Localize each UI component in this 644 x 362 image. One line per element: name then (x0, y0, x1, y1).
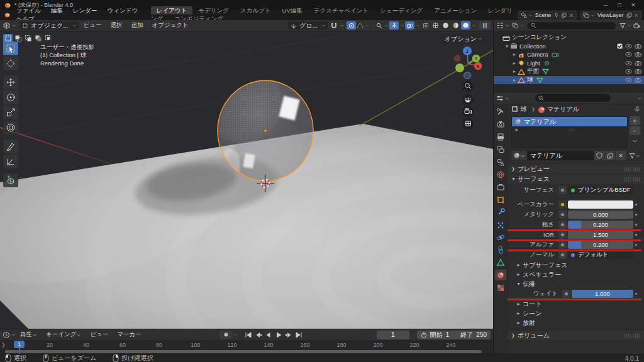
tool-rotate[interactable] (3, 90, 18, 104)
eye-visibility-icon[interactable] (625, 60, 632, 66)
material-slot[interactable]: マテリアル (512, 117, 627, 126)
next-keyframe-button[interactable] (284, 331, 293, 339)
panel-surface[interactable]: ▼サーフェス|||| |||| (508, 173, 644, 184)
workspace-tab[interactable]: レイアウト (151, 6, 193, 14)
caret-right-icon[interactable]: ► (511, 52, 518, 57)
falloff-dropdown[interactable] (357, 21, 369, 30)
tool-measure[interactable] (3, 155, 18, 168)
properties-tab-output[interactable] (495, 131, 506, 142)
keyframe-dot[interactable] (633, 244, 639, 246)
app-menu-ファイル[interactable]: ファイル (11, 7, 46, 14)
property-value-field[interactable]: 1.500 (568, 231, 633, 239)
snap-toggle[interactable] (329, 21, 338, 30)
render-visibility-icon[interactable] (635, 77, 641, 83)
eye-visibility-icon[interactable] (625, 43, 632, 49)
new-scene-icon[interactable] (561, 13, 567, 18)
viewport-menu-ビュー[interactable]: ビュー (79, 21, 106, 30)
decorator-button[interactable] (558, 200, 567, 209)
decorator-button[interactable] (558, 186, 567, 194)
properties-tab-texture[interactable] (495, 282, 506, 293)
caret-right-icon[interactable]: ► (511, 61, 518, 65)
tool-transform[interactable] (3, 121, 18, 134)
duplicate-material-button[interactable] (604, 151, 615, 160)
jump-to-start-button[interactable] (244, 331, 253, 339)
visibility-dropdown[interactable] (376, 21, 389, 30)
close-button[interactable]: ✕ (626, 2, 640, 8)
caret-right-icon[interactable]: ► (511, 69, 518, 74)
options-dropdown[interactable]: オプション (440, 34, 487, 43)
outliner-row-Camera[interactable]: ►Camera (494, 50, 644, 59)
xray-toggle[interactable] (421, 21, 430, 30)
property-slider[interactable]: 1.000 (572, 290, 633, 298)
jump-to-end-button[interactable] (294, 331, 303, 339)
outliner-row-球[interactable]: ►球 (494, 76, 644, 85)
new-viewlayer-icon[interactable] (626, 13, 632, 18)
frame-range-fields[interactable]: 開始 1 終了 250 (417, 331, 491, 339)
timeline-menu-マーカー[interactable]: マーカー (113, 331, 145, 339)
scene-selector[interactable]: Scene ✕ (518, 11, 577, 19)
viewlayer-selector[interactable]: ViewLayer ✕ (580, 11, 641, 19)
transform-orientation-selector[interactable]: グロ... (288, 21, 328, 30)
viewport-menu-オブジェクト[interactable]: オブジェクト (147, 21, 192, 30)
fake-user-shield-button[interactable] (594, 151, 604, 160)
gizmos-toggle[interactable] (389, 21, 399, 30)
property-dropdown-button[interactable]: デフォルト (568, 251, 633, 259)
decorator-button[interactable] (558, 241, 567, 249)
unlink-material-button[interactable]: ✕ (615, 151, 626, 160)
properties-tab-object-data[interactable] (495, 257, 506, 268)
eye-visibility-icon[interactable] (625, 69, 632, 74)
unlink-scene-icon[interactable]: ✕ (569, 12, 574, 19)
checkbox-icon[interactable] (617, 43, 623, 49)
decorator-button[interactable] (558, 231, 567, 239)
tool-scale[interactable] (3, 106, 18, 119)
subpanel-スペキュラー[interactable]: ►スペキュラー (508, 270, 644, 279)
editor-type-properties-icon[interactable] (496, 95, 504, 102)
remove-slot-button[interactable]: − (630, 126, 640, 135)
shading-rendered-button[interactable] (461, 21, 470, 30)
tool-select-box[interactable] (3, 41, 18, 55)
panel-preview[interactable]: ❯プレビュー|||| |||| (508, 163, 644, 173)
overlays-toggle[interactable] (405, 21, 414, 30)
filter-dropdown[interactable] (619, 21, 631, 30)
subpanel-サブサーフェス[interactable]: ►サブサーフェス (508, 260, 644, 270)
tool-add-cube[interactable] (3, 173, 18, 187)
render-visibility-icon[interactable] (635, 60, 641, 66)
eye-visibility-icon[interactable] (625, 52, 632, 57)
editor-type-3d-viewport-icon[interactable] (3, 22, 11, 29)
workspace-tab[interactable]: シェーディング (374, 6, 428, 14)
properties-tab-physics[interactable] (495, 232, 506, 243)
workspace-tab[interactable]: スカルプト (235, 6, 277, 14)
render-visibility-icon[interactable] (635, 52, 641, 57)
playhead[interactable]: 1 (14, 341, 25, 348)
pin-icon[interactable] (634, 106, 640, 112)
end-value[interactable]: 250 (476, 331, 487, 338)
workspace-tab[interactable]: テクスチャペイント (308, 6, 375, 14)
slot-specials-menu[interactable] (630, 136, 640, 145)
decorator-button[interactable] (562, 290, 570, 298)
properties-tab-constraints[interactable] (495, 244, 506, 255)
shading-material-button[interactable] (451, 21, 460, 30)
material-browse-dropdown[interactable] (511, 151, 527, 160)
mode-selector[interactable]: オブジェク... (19, 21, 79, 30)
outliner-search-input[interactable] (528, 22, 616, 30)
keyframe-dot[interactable] (633, 204, 639, 206)
current-frame-field[interactable]: 1 (377, 331, 409, 339)
region-toggle-chevron[interactable]: ❯ (1, 342, 6, 348)
property-slider[interactable]: 0.200 (568, 221, 633, 229)
caret-right-icon[interactable]: ► (511, 78, 518, 82)
blender-menu-icon[interactable] (4, 11, 10, 19)
properties-tab-material[interactable] (495, 270, 506, 280)
properties-tab-scene[interactable] (495, 156, 506, 167)
outliner-row-平面[interactable]: ►平面 (494, 67, 644, 76)
minimize-button[interactable]: ─ (599, 2, 613, 8)
decorator-button[interactable] (558, 251, 567, 259)
material-name-field[interactable]: マテリアル (527, 151, 594, 160)
caret-down-icon[interactable]: ▼ (504, 44, 510, 48)
panel-volume[interactable]: ❯ボリューム|||| |||| (508, 330, 644, 340)
axis-neg-z-ball[interactable] (464, 72, 471, 79)
3d-viewport[interactable]: Z Y X ユーザー・透視投影 (1) Collection | 球 Rende… (0, 31, 493, 329)
material-slot-list[interactable]: マテリアル►|||| (511, 116, 628, 148)
select-mode-invert[interactable] (33, 34, 43, 43)
properties-tab-particles[interactable] (495, 219, 506, 230)
subpanel-コート[interactable]: ►コート (508, 299, 644, 309)
